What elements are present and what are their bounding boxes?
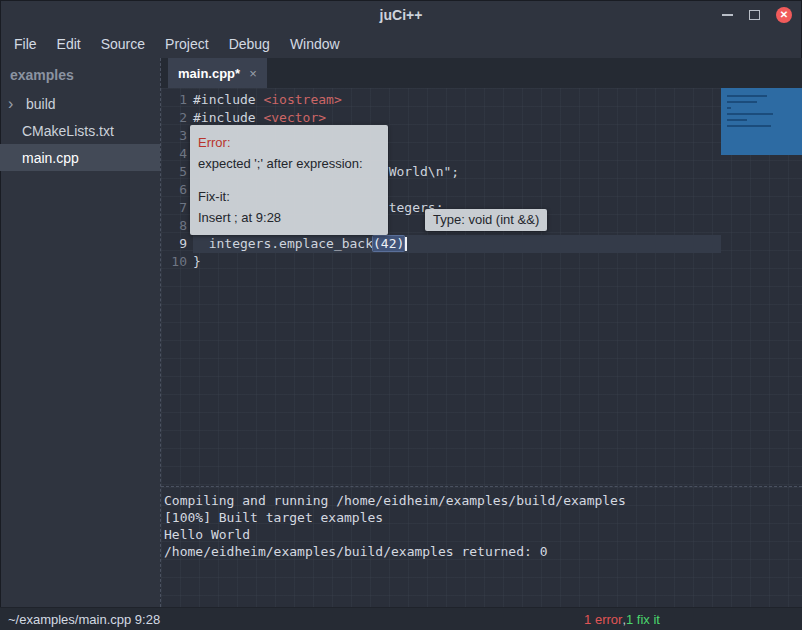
tabbar: main.cpp* ×: [161, 58, 802, 88]
code-token: <iostream>: [263, 92, 341, 107]
menu-file[interactable]: File: [4, 32, 47, 56]
file-tree: ›buildCMakeLists.txtmain.cpp: [0, 90, 160, 171]
tab-main-cpp[interactable]: main.cpp* ×: [168, 58, 267, 88]
line-number: 5: [161, 163, 187, 181]
text-cursor: [405, 237, 407, 251]
minimap-line: [727, 113, 773, 115]
code-line-9[interactable]: integers.emplace_back(42): [193, 235, 721, 253]
minimap-line: [727, 95, 767, 97]
line-number: 10: [161, 253, 187, 271]
line-number: 7: [161, 199, 187, 217]
code-editor[interactable]: 12345678910 #include <iostream>#include …: [161, 88, 802, 486]
statusbar: ~/examples/main.cpp 9:28 1 error , 1 fix…: [0, 607, 802, 630]
code-token: <vector>: [263, 110, 326, 125]
window-controls: ✕: [722, 0, 792, 30]
code-line-10[interactable]: }: [193, 253, 721, 271]
menu-source[interactable]: Source: [91, 32, 155, 56]
minimap-line: [727, 125, 771, 127]
line-number: 2: [161, 109, 187, 127]
line-number: 4: [161, 145, 187, 163]
menu-project[interactable]: Project: [155, 32, 219, 56]
gutter: 12345678910: [161, 91, 187, 271]
close-icon: ✕: [780, 10, 788, 20]
terminal-line: /home/eidheim/examples/build/examples re…: [164, 543, 802, 560]
line-number: 1: [161, 91, 187, 109]
menu-window[interactable]: Window: [280, 32, 350, 56]
tooltip-fixit-text: Insert ; at 9:28: [198, 207, 380, 228]
tree-item-cmakelists.txt[interactable]: CMakeLists.txt: [0, 117, 160, 144]
code-token: }: [193, 254, 201, 269]
diagnostic-tooltip: Error: expected ';' after expression: Fi…: [190, 125, 388, 235]
line-number: 6: [161, 181, 187, 199]
code-token: (42): [373, 236, 404, 251]
restore-icon[interactable]: [749, 10, 760, 20]
minimap[interactable]: [721, 88, 802, 486]
sidebar: examples ›buildCMakeLists.txtmain.cpp: [0, 58, 160, 607]
line-number: 9: [161, 235, 187, 253]
tree-item-label: main.cpp: [22, 150, 79, 166]
close-button[interactable]: ✕: [776, 7, 792, 23]
code-line-1[interactable]: #include <iostream>: [193, 91, 721, 109]
tab-close-icon[interactable]: ×: [249, 66, 257, 81]
terminal-line: [100%] Built target examples: [164, 509, 802, 526]
menu-edit[interactable]: Edit: [47, 32, 91, 56]
project-name: examples: [0, 58, 160, 90]
tooltip-fixit-title: Fix-it:: [198, 186, 380, 207]
code-token: #include: [193, 92, 263, 107]
chevron-right-icon[interactable]: ›: [8, 96, 22, 112]
terminal-line: Compiling and running /home/eidheim/exam…: [164, 492, 802, 509]
main-pane: main.cpp* × 12345678910 #include <iostre…: [160, 58, 802, 607]
window-title: juCi++: [380, 7, 423, 23]
minimap-line: [727, 107, 731, 109]
titlebar[interactable]: juCi++ ✕: [0, 0, 802, 30]
tooltip-gap: [198, 174, 380, 186]
tooltip-error-title: Error:: [198, 132, 380, 153]
type-tooltip: Type: void (int &&): [425, 209, 547, 231]
minimize-icon[interactable]: [722, 14, 733, 16]
code-token: integers.emplace_back: [193, 236, 373, 251]
tree-item-build[interactable]: ›build: [0, 90, 160, 117]
status-fixit-count[interactable]: 1 fix it: [626, 612, 660, 627]
tooltip-error-message: expected ';' after expression:: [198, 153, 380, 174]
content: examples ›buildCMakeLists.txtmain.cpp ma…: [0, 58, 802, 607]
menu-debug[interactable]: Debug: [219, 32, 280, 56]
line-number: 8: [161, 217, 187, 235]
tree-item-label: CMakeLists.txt: [22, 123, 114, 139]
minimap-line: [727, 119, 747, 121]
minimap-line: [727, 101, 757, 103]
terminal-output[interactable]: Compiling and running /home/eidheim/exam…: [161, 486, 802, 607]
tab-label: main.cpp*: [178, 66, 240, 81]
tree-item-main.cpp[interactable]: main.cpp: [0, 144, 160, 171]
code-token: #include: [193, 110, 263, 125]
status-error-count[interactable]: 1 error: [584, 612, 622, 627]
tree-item-label: build: [26, 96, 56, 112]
line-number: 3: [161, 127, 187, 145]
menubar: FileEditSourceProjectDebugWindow: [0, 30, 802, 58]
status-location: ~/examples/main.cpp 9:28: [8, 612, 160, 627]
terminal-line: Hello World: [164, 526, 802, 543]
status-diagnostics[interactable]: 1 error , 1 fix it: [584, 608, 660, 630]
minimap-slider[interactable]: [721, 88, 802, 155]
